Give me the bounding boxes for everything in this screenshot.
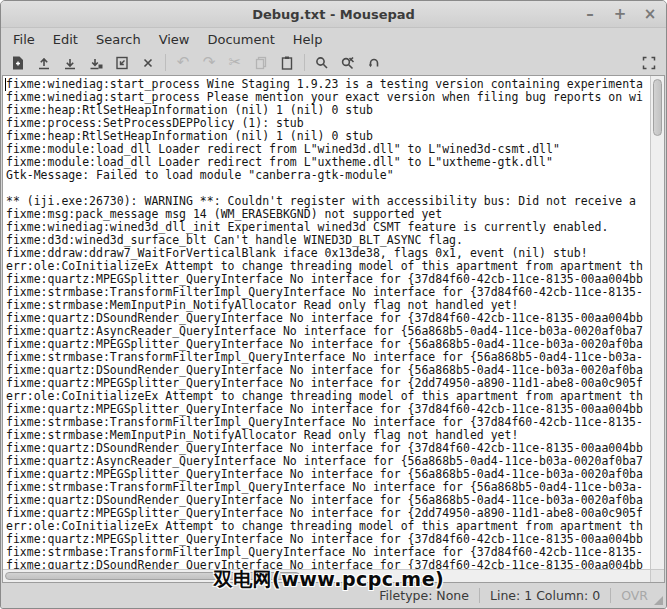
maximize-button[interactable]: + <box>612 6 628 22</box>
text-cursor <box>5 78 6 91</box>
mousepad-window: Debug.txt - Mousepad – + × File Edit Sea… <box>0 0 667 609</box>
menu-item[interactable]: View <box>150 30 199 49</box>
paste-icon <box>279 55 295 71</box>
copy-button <box>248 52 274 74</box>
fullscreen-icon <box>641 55 657 71</box>
save-as-button[interactable] <box>83 52 109 74</box>
menu-item[interactable]: Edit <box>44 30 87 49</box>
toolbar-separator <box>304 54 305 71</box>
new-document-icon <box>10 55 26 71</box>
vertical-scrollbar[interactable] <box>650 76 664 569</box>
copy-icon <box>253 55 269 71</box>
editor-frame: fixme:winediag:start_process Wine Stagin… <box>2 75 665 583</box>
text-area[interactable]: fixme:winediag:start_process Wine Stagin… <box>3 76 650 569</box>
close-document-icon <box>140 55 156 71</box>
overwrite-mode-indicator[interactable]: OVR <box>621 588 648 603</box>
menu-item[interactable]: Search <box>87 30 150 49</box>
redo-button: ↷ <box>196 52 222 74</box>
menu-item[interactable]: File <box>4 30 44 49</box>
go-to-button[interactable] <box>361 52 387 74</box>
undo-button: ↶ <box>170 52 196 74</box>
menu-item[interactable]: Help <box>284 30 332 49</box>
watermark-text: 双电网(www.pcpc.me) <box>214 567 445 593</box>
menu-item[interactable]: Document <box>198 30 283 49</box>
open-icon <box>36 55 52 71</box>
open-button[interactable] <box>31 52 57 74</box>
toolbar-separator <box>165 54 166 71</box>
window-controls: – + × <box>582 1 658 27</box>
save-icon <box>62 55 78 71</box>
toolbar: ↶ ↷ ✂ <box>1 50 666 75</box>
minimize-button[interactable]: – <box>582 6 598 22</box>
window-title: Debug.txt - Mousepad <box>1 7 666 22</box>
revert-icon <box>114 55 130 71</box>
cut-icon: ✂ <box>229 55 242 70</box>
cursor-position-status: Line: 1 Column: 0 <box>490 588 600 603</box>
statusbar-separator <box>610 588 611 603</box>
undo-icon: ↶ <box>177 55 190 70</box>
revert-button[interactable] <box>109 52 135 74</box>
redo-icon: ↷ <box>203 55 216 70</box>
titlebar[interactable]: Debug.txt - Mousepad – + × <box>1 1 666 28</box>
new-document-button[interactable] <box>5 52 31 74</box>
paste-button[interactable] <box>274 52 300 74</box>
fullscreen-button[interactable] <box>636 52 662 74</box>
close-document-button[interactable] <box>135 52 161 74</box>
menubar: File Edit Search View Document Help <box>1 28 666 50</box>
find-button[interactable] <box>309 52 335 74</box>
vertical-scrollbar-thumb[interactable] <box>653 79 662 136</box>
scrollbar-corner <box>650 570 664 582</box>
find-icon <box>314 55 330 71</box>
save-button[interactable] <box>57 52 83 74</box>
close-button[interactable]: × <box>642 6 658 22</box>
find-replace-icon <box>340 55 356 71</box>
editor-line: Gtk-Message: Failed to load module "canb… <box>6 169 650 182</box>
go-to-icon <box>366 55 382 71</box>
statusbar-separator <box>479 588 480 603</box>
resize-grip-icon[interactable] <box>654 596 663 605</box>
save-as-icon <box>88 55 104 71</box>
find-replace-button[interactable] <box>335 52 361 74</box>
cut-button: ✂ <box>222 52 248 74</box>
